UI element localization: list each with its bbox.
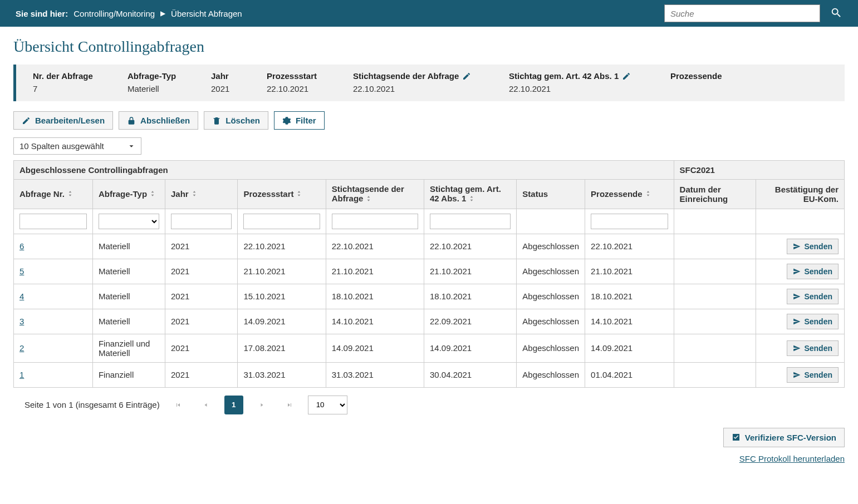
delete-label: Löschen [225,116,260,125]
abfrage-nr-link[interactable]: 3 [19,317,24,326]
senden-button[interactable]: Senden [787,239,839,254]
prev-page-icon [203,402,209,408]
toolbar: Bearbeiten/Lesen Abschließen Löschen Fil… [13,111,845,130]
senden-label: Senden [804,317,832,326]
verify-sfc-button[interactable]: Verifiziere SFC-Version [723,428,845,447]
close-button[interactable]: Abschließen [119,111,198,130]
topbar: Sie sind hier: Controlling/Monitoring ▶ … [0,0,858,27]
filter-jahr-input[interactable] [171,214,232,229]
breadcrumb-item-1[interactable]: Controlling/Monitoring [73,9,155,18]
senden-button[interactable]: Senden [787,340,839,356]
search-input[interactable] [664,4,820,22]
send-icon [793,243,801,250]
filter-bestaetigung-empty [756,209,845,234]
cell-typ: Finanziell und Materiell [92,334,165,362]
abfrage-nr-link[interactable]: 2 [19,343,24,353]
chevron-right-icon: ▶ [160,9,165,17]
send-icon [793,318,801,325]
pager-page-1[interactable]: 1 [224,396,243,414]
sfc-protokoll-link[interactable]: SFC Protokoll herunterladen [13,454,845,463]
filter-typ-select[interactable] [99,214,159,229]
th-jahr[interactable]: Jahr [165,180,238,209]
cell-status: Abgeschlossen [517,284,585,309]
pager: Seite 1 von 1 (insgesamt 6 Einträge) 1 1… [13,388,845,422]
table-row: 4Materiell202115.10.202118.10.202118.10.… [14,284,845,309]
cell-datum [674,362,756,387]
senden-label: Senden [804,344,832,353]
group-header-2: SFC2021 [674,161,844,180]
send-icon [793,293,801,300]
filter-label: Filter [296,116,316,125]
breadcrumb: Sie sind hier: Controlling/Monitoring ▶ … [16,9,242,18]
senden-button[interactable]: Senden [787,289,839,304]
pager-last-button[interactable] [280,396,299,414]
cell-jahr: 2021 [165,334,238,362]
abfrage-nr-link[interactable]: 1 [19,370,24,379]
detail-stichtag-label: Stichtagsende der Abfrage [353,71,459,81]
chevron-down-icon [128,142,135,150]
edit-stichtag-icon[interactable] [462,72,471,81]
cell-jahr: 2021 [165,284,238,309]
senden-button[interactable]: Senden [787,367,839,383]
cell-stichtag: 22.10.2021 [326,234,424,259]
cogs-icon [282,116,291,125]
cell-ende: 21.10.2021 [585,259,674,284]
cell-typ: Materiell [92,309,165,334]
senden-button[interactable]: Senden [787,264,839,279]
last-page-icon [286,402,293,408]
abfrage-nr-link[interactable]: 6 [19,241,24,251]
th-typ[interactable]: Abfrage-Typ [92,180,165,209]
filter-art42-input[interactable] [430,214,511,229]
cell-stichtag: 14.09.2021 [326,334,424,362]
pager-first-button[interactable] [169,396,188,414]
pager-prev-button[interactable] [197,396,215,414]
page-size-select[interactable]: 10 [308,396,347,414]
detail-typ-label: Abfrage-Typ [128,71,194,81]
delete-button[interactable]: Löschen [204,111,268,130]
cell-jahr: 2021 [165,362,238,387]
cell-start: 21.10.2021 [238,259,326,284]
cell-typ: Finanziell [92,362,165,387]
sort-icon [149,190,156,199]
filter-button[interactable]: Filter [274,111,325,130]
cell-datum [674,234,756,259]
abfrage-nr-link[interactable]: 5 [19,266,24,276]
group-header-1: Abgeschlossene Controllingabfragen [14,161,674,180]
detail-stichtag-value: 22.10.2021 [353,84,492,93]
abfrage-nr-link[interactable]: 4 [19,291,24,301]
edit-art42-icon[interactable] [622,72,631,81]
th-start[interactable]: Prozessstart [238,180,326,209]
senden-label: Senden [804,267,832,276]
cell-jahr: 2021 [165,259,238,284]
table-row: 2Finanziell und Materiell202117.08.20211… [14,334,845,362]
cell-ende: 14.10.2021 [585,309,674,334]
th-stichtag[interactable]: Stichtagsende der Abfrage [326,180,424,209]
cell-stichtag: 31.03.2021 [326,362,424,387]
trash-icon [212,116,221,125]
send-icon [793,344,801,352]
filter-nr-input[interactable] [19,214,87,229]
filter-ende-input[interactable] [591,214,668,229]
search-button[interactable] [830,7,842,21]
cell-datum [674,334,756,362]
filter-stichtag-input[interactable] [332,214,418,229]
cell-art42: 21.10.2021 [424,259,517,284]
edit-read-button[interactable]: Bearbeiten/Lesen [13,111,113,130]
detail-start-value: 22.10.2021 [267,84,336,93]
check-icon [732,433,741,442]
column-select-dropdown[interactable]: 10 Spalten ausgewählt [13,137,141,155]
cell-status: Abgeschlossen [517,309,585,334]
breadcrumb-item-2[interactable]: Übersicht Abfragen [171,9,242,18]
cell-start: 22.10.2021 [238,234,326,259]
th-nr[interactable]: Abfrage Nr. [14,180,93,209]
filter-start-input[interactable] [243,214,320,229]
sort-icon [296,190,302,199]
senden-label: Senden [804,242,832,251]
senden-button[interactable]: Senden [787,314,839,329]
detail-jahr-value: 2021 [211,84,250,93]
th-art42[interactable]: Stichtag gem. Art. 42 Abs. 1 [424,180,517,209]
detail-art42-label: Stichtag gem. Art. 42 Abs. 1 [509,71,619,81]
pager-next-button[interactable] [252,396,271,414]
th-ende[interactable]: Prozessende [585,180,674,209]
cell-start: 31.03.2021 [238,362,326,387]
